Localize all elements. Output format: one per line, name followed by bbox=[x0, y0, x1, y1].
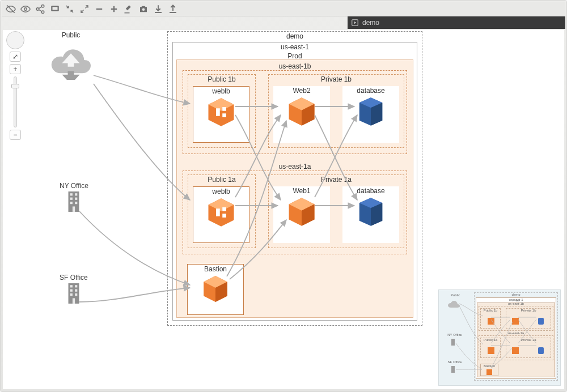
minus-icon[interactable] bbox=[94, 3, 105, 15]
node-weblb-1a[interactable]: weblb bbox=[193, 186, 249, 243]
node-label: database bbox=[342, 86, 399, 95]
svg-rect-27 bbox=[75, 198, 78, 200]
elb-icon bbox=[206, 197, 236, 228]
node-label: SF Office bbox=[60, 274, 88, 282]
mm-label: NY Office bbox=[443, 333, 466, 336]
building-icon bbox=[67, 191, 80, 212]
mm-label: SF Office bbox=[443, 360, 466, 364]
subnet-public-1a[interactable]: Public 1a weblb bbox=[188, 174, 256, 248]
subnet-title: Private 1a bbox=[269, 175, 404, 184]
group-az-1a[interactable]: us-east-1a Public 1a weblb Private 1a bbox=[183, 171, 407, 254]
group-title: us-east-1b bbox=[183, 62, 407, 71]
node-database-1b[interactable]: database bbox=[342, 86, 399, 143]
node-sf-office[interactable]: SF Office bbox=[60, 274, 88, 306]
svg-rect-33 bbox=[75, 285, 77, 287]
camera-icon[interactable] bbox=[138, 3, 149, 15]
pan-wheel[interactable] bbox=[6, 31, 24, 49]
building-icon bbox=[451, 366, 455, 373]
ec2-icon bbox=[486, 369, 492, 375]
zoom-handle[interactable] bbox=[11, 84, 19, 88]
svg-rect-35 bbox=[75, 289, 77, 292]
node-label: Web2 bbox=[273, 86, 330, 95]
node-label: Public bbox=[48, 31, 94, 39]
svg-point-2 bbox=[41, 5, 44, 7]
zoom-fit-button[interactable]: ⤢ bbox=[10, 52, 21, 62]
subnet-public-1b[interactable]: Public 1b weblb bbox=[188, 74, 256, 148]
cloud-upload-icon bbox=[48, 40, 94, 80]
visibility-icon[interactable] bbox=[20, 3, 31, 15]
svg-point-4 bbox=[41, 11, 44, 14]
svg-rect-41 bbox=[216, 108, 220, 116]
elb-icon bbox=[488, 347, 494, 354]
node-bastion[interactable]: Bastion bbox=[187, 264, 244, 315]
svg-line-6 bbox=[39, 10, 41, 11]
zoom-controls: ⤢ + − bbox=[10, 52, 21, 142]
group-title: us-east-1a bbox=[183, 162, 407, 171]
elb-icon bbox=[206, 97, 236, 127]
group-demo[interactable]: demo us-east-1 Prod us-east-1b Public 1b… bbox=[167, 31, 422, 326]
zoom-slider[interactable] bbox=[14, 76, 17, 127]
zoom-in-button[interactable]: + bbox=[10, 64, 21, 74]
group-env[interactable]: Prod us-east-1b Public 1b weblb P bbox=[176, 59, 413, 318]
subnet-title: Private 1b bbox=[269, 75, 404, 84]
svg-rect-43 bbox=[222, 113, 226, 117]
svg-rect-24 bbox=[70, 193, 73, 195]
collapse-icon[interactable] bbox=[64, 3, 75, 15]
node-label: weblb bbox=[193, 187, 249, 196]
cloud-icon bbox=[447, 298, 460, 309]
project-tab[interactable]: demo bbox=[348, 16, 565, 29]
svg-rect-26 bbox=[70, 198, 73, 200]
node-label: weblb bbox=[193, 87, 249, 96]
subnet-title: Public 1a bbox=[188, 175, 255, 184]
building-icon bbox=[67, 283, 80, 304]
gavel-icon[interactable] bbox=[123, 3, 134, 15]
node-ny-office[interactable]: NY Office bbox=[60, 182, 88, 214]
rds-icon bbox=[357, 96, 385, 127]
node-label: database bbox=[342, 186, 399, 195]
group-title: demo bbox=[168, 32, 422, 41]
svg-rect-53 bbox=[222, 207, 226, 211]
upload-icon[interactable] bbox=[167, 3, 179, 15]
ec2-icon bbox=[512, 347, 519, 354]
diagram-canvas[interactable]: ⤢ + − Public NY Office SF Office bbox=[3, 30, 564, 389]
share-icon[interactable] bbox=[35, 3, 46, 15]
node-web2[interactable]: Web2 bbox=[273, 86, 330, 143]
node-database-1a[interactable]: database bbox=[342, 186, 399, 243]
node-web1[interactable]: Web1 bbox=[273, 186, 330, 243]
ec2-icon bbox=[512, 318, 519, 325]
svg-rect-29 bbox=[75, 202, 78, 204]
minimap[interactable]: Public NY Office SF Office demo us-east-… bbox=[438, 289, 561, 386]
subnet-private-1a[interactable]: Private 1a Web1 database bbox=[268, 174, 404, 248]
plus-icon[interactable] bbox=[108, 3, 120, 15]
svg-point-1 bbox=[24, 7, 27, 10]
svg-line-5 bbox=[39, 6, 41, 8]
svg-rect-8 bbox=[53, 7, 58, 10]
presentation-icon[interactable] bbox=[49, 3, 61, 15]
svg-rect-32 bbox=[70, 285, 73, 287]
group-title: us-east-1 bbox=[173, 42, 417, 52]
svg-rect-30 bbox=[73, 206, 75, 212]
node-label: Bastion bbox=[188, 265, 243, 274]
group-az-1b[interactable]: us-east-1b Public 1b weblb Private 1b bbox=[183, 70, 407, 154]
expand-icon[interactable] bbox=[79, 3, 90, 15]
subnet-private-1b[interactable]: Private 1b Web2 database bbox=[268, 74, 404, 148]
group-title: Prod bbox=[177, 52, 413, 61]
elb-icon bbox=[488, 318, 494, 325]
svg-rect-37 bbox=[75, 293, 77, 296]
svg-rect-54 bbox=[222, 214, 226, 218]
group-region[interactable]: us-east-1 Prod us-east-1b Public 1b webl… bbox=[172, 42, 417, 321]
ec2-icon bbox=[201, 275, 230, 303]
svg-rect-25 bbox=[75, 193, 78, 195]
project-tab-label: demo bbox=[362, 19, 379, 27]
visibility-off-icon[interactable] bbox=[5, 3, 16, 15]
svg-rect-34 bbox=[70, 289, 73, 292]
node-label: NY Office bbox=[60, 182, 88, 190]
node-public[interactable]: Public bbox=[48, 31, 94, 82]
mm-label: Public bbox=[447, 293, 464, 297]
svg-point-16 bbox=[142, 8, 145, 11]
node-weblb-1b[interactable]: weblb bbox=[193, 86, 249, 143]
zoom-out-button[interactable]: − bbox=[10, 130, 21, 140]
rds-icon bbox=[357, 197, 385, 227]
download-icon[interactable] bbox=[153, 3, 164, 15]
play-box-icon bbox=[351, 19, 359, 27]
